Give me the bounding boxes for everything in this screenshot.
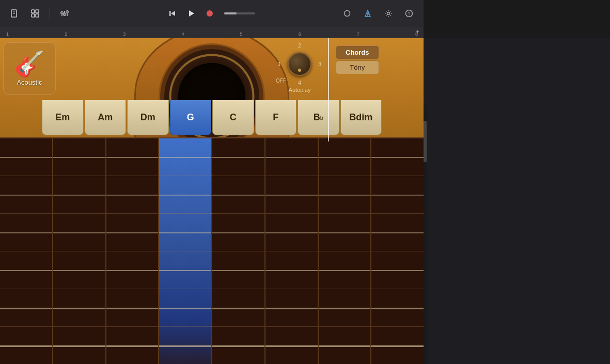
fret-cell[interactable] [159,214,212,251]
svg-point-10 [64,13,66,16]
fret-cell[interactable] [53,251,106,289]
play-button[interactable] [183,6,199,21]
fret-cell[interactable] [319,138,372,176]
fret-cell[interactable] [53,138,106,176]
fret-cell[interactable] [159,251,212,289]
settings-button[interactable] [380,6,397,21]
fret-cell[interactable] [371,251,424,289]
fret-cell[interactable] [106,176,160,213]
fret-cell[interactable] [319,289,372,326]
chord-key-em[interactable]: Em [42,100,84,135]
fret-cell[interactable] [0,176,53,213]
autoplay-off: OFF [276,78,286,84]
autoplay-area: 1 2 3 4 OFF Autoplay [279,43,320,93]
fret-cell[interactable] [0,251,53,289]
svg-marker-15 [189,10,194,17]
fret-cell[interactable] [265,176,319,213]
right-panel [424,38,610,364]
help-button[interactable]: ? [401,6,417,21]
fret-cell[interactable] [265,251,319,289]
autoplay-pos-1: 1 [278,61,281,67]
fret-cell[interactable] [106,327,160,364]
fret-row-4[interactable] [0,251,424,289]
ruler-mark-6: 6 [299,31,307,37]
track-scrollbar[interactable] [424,105,427,364]
fret-cell[interactable] [106,289,160,326]
ruler-mark-2: 2 [65,31,73,37]
fret-cell[interactable] [106,138,160,176]
rewind-button[interactable] [164,6,181,21]
fret-cell[interactable] [319,251,372,289]
fret-row-5[interactable] [0,289,424,327]
new-document-button[interactable] [6,6,23,21]
fret-cell[interactable] [159,289,212,326]
fret-cell[interactable] [159,138,212,176]
fret-cell[interactable] [212,214,265,251]
fret-cell[interactable] [319,176,372,213]
svg-rect-13 [169,11,171,16]
fret-row-1[interactable] [0,138,424,176]
fret-cell[interactable] [371,176,424,213]
fret-cell[interactable] [159,176,212,213]
circle-button[interactable] [339,6,355,21]
volume-slider[interactable] [224,12,255,14]
fret-cell[interactable] [53,214,106,251]
fret-cell[interactable] [53,327,106,364]
chord-key-am[interactable]: Am [85,100,127,135]
chord-key-dm[interactable]: Dm [127,100,169,135]
fret-cell[interactable] [106,251,160,289]
svg-point-12 [66,11,69,13]
chord-key-c[interactable]: C [212,100,254,135]
knob-indicator [298,69,301,72]
fret-row-2[interactable] [0,176,424,214]
fret-cell[interactable] [212,138,265,176]
fret-cell[interactable] [371,214,424,251]
fret-row-3[interactable] [0,214,424,251]
fret-cell[interactable] [0,214,53,251]
svg-point-21 [387,12,390,15]
fret-cell[interactable] [53,176,106,213]
fret-cell[interactable] [371,327,424,364]
autoplay-knob[interactable] [288,52,311,76]
fret-cell[interactable] [0,138,53,176]
fret-cell[interactable] [159,327,212,364]
chords-button[interactable]: Chords [336,45,379,59]
fret-cell[interactable] [265,289,319,326]
autoplay-dial[interactable]: 1 2 3 4 OFF [279,43,320,85]
record-button[interactable] [201,6,218,21]
fret-cell[interactable] [212,251,265,289]
fret-cell[interactable] [265,214,319,251]
fret-cell[interactable] [0,289,53,326]
chord-key-bdim[interactable]: Bdim [340,100,382,135]
fret-cell[interactable] [319,214,372,251]
guitar-icon: 🎸 [14,52,45,76]
chord-key-g[interactable]: G [170,100,212,135]
tony-button[interactable]: Tóny [336,60,379,74]
chord-key-bb[interactable]: Bb [298,100,339,135]
scrollbar-thumb[interactable] [424,121,427,162]
autoplay-pos-2: 2 [298,42,301,49]
svg-rect-3 [32,10,35,13]
fret-row-6[interactable] [0,327,424,364]
fret-cell[interactable] [371,289,424,326]
ruler-mark-4: 4 [181,31,190,37]
fret-cell[interactable] [212,289,265,326]
fret-cell[interactable] [53,289,106,326]
layout-button[interactable] [27,6,43,21]
svg-point-16 [207,10,213,17]
fret-cell[interactable] [0,327,53,364]
fret-cell[interactable] [265,138,319,176]
chord-key-f[interactable]: F [255,100,297,135]
fret-cell[interactable] [371,138,424,176]
mixer-button[interactable] [56,6,73,21]
svg-point-8 [61,12,64,14]
add-track-button[interactable]: + [415,28,419,36]
fret-cell[interactable] [212,327,265,364]
fret-cell[interactable] [319,327,372,364]
instrument-tile[interactable]: 🎸 Acoustic [3,42,56,95]
metronome-button[interactable] [359,6,376,21]
fret-cell[interactable] [106,214,160,251]
fret-cell[interactable] [265,327,319,364]
fret-cell[interactable] [212,176,265,213]
svg-text:?: ? [408,11,411,17]
